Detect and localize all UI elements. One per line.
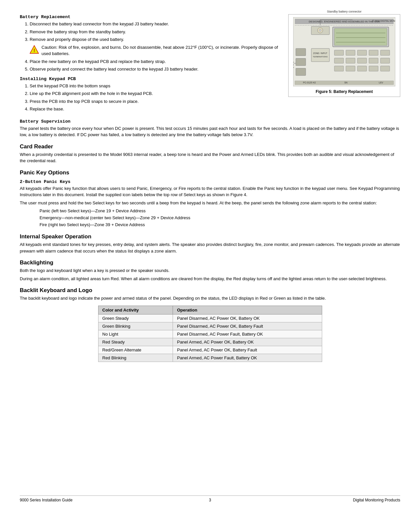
backlighting-para1: Both the logo and keyboard light when a …	[20, 267, 400, 274]
svg-text:DESIGNED, ENGINEERED AND ASSEM: DESIGNED, ENGINEERED AND ASSEMBLED IN TH…	[309, 20, 380, 23]
pcb-diagram-svg: DESIGNED, ENGINEERED AND ASSEMBLED IN TH…	[293, 17, 395, 86]
backlit-keyboard-heading: Backlit Keyboard and Logo	[20, 287, 400, 294]
internal-speaker-heading: Internal Speaker Operation	[20, 233, 400, 240]
list-item: Remove the battery strap from the standb…	[30, 29, 282, 35]
table-row: Red SteadyPanel Armed, AC Power OK, Batt…	[98, 338, 322, 346]
footer-right: Digital Monitoring Products	[353, 498, 400, 502]
led-table: Color and Activity Operation Green Stead…	[98, 306, 322, 362]
warning-text: Caution: Risk of fire, explosion, and bu…	[42, 44, 282, 57]
list-item: Fire (right two Select keys)—Zone 39 + D…	[40, 222, 400, 228]
svg-rect-24	[369, 50, 378, 55]
svg-rect-33	[357, 66, 367, 71]
panic-key-options-section: Panic Key Options 2-Button Panic Keys Al…	[20, 169, 400, 228]
internal-speaker-section: Internal Speaker Operation All keypads e…	[20, 233, 400, 254]
warning-row: ! Caution: Risk of fire, explosion, and …	[30, 44, 282, 57]
installing-keypad-pcb-steps: Set the keypad PCB into the bottom snaps…	[30, 83, 282, 112]
backlit-keyboard-body: The backlit keyboard and logo indicate t…	[20, 295, 400, 302]
panic-key-options-heading: Panic Key Options	[20, 169, 400, 176]
battery-supervision-heading: Battery Supervision	[20, 119, 400, 124]
footer-left: 9000 Series Installation Guide	[20, 498, 72, 502]
table-cell-operation: Panel Armed, AC Power OK, Battery OK	[173, 338, 322, 346]
svg-rect-34	[369, 66, 378, 71]
panic-indents: Panic (left two Select keys)—Zone 19 + D…	[40, 208, 400, 228]
table-cell-color: Green Steady	[98, 314, 173, 322]
figure-5-caption: Figure 5: Battery Replacement	[291, 89, 397, 94]
svg-text:LEV: LEV	[379, 81, 383, 84]
top-section: Battery Replacement Disconnect the batte…	[20, 10, 400, 114]
svg-rect-32	[346, 66, 355, 71]
backlighting-heading: Backlighting	[20, 259, 400, 266]
svg-rect-28	[357, 58, 367, 63]
svg-rect-8	[334, 28, 387, 45]
svg-text:Standby: Standby	[293, 61, 294, 63]
table-col2-header: Operation	[173, 306, 322, 314]
backlighting-section: Backlighting Both the logo and keyboard …	[20, 259, 400, 282]
svg-text:PC-0125  H2: PC-0125 H2	[303, 81, 316, 84]
page-content: Battery Replacement Disconnect the batte…	[20, 10, 400, 362]
internal-speaker-body: All keypads emit standard tones for key …	[20, 241, 400, 254]
table-cell-color: Red Blinking	[98, 354, 173, 362]
svg-rect-15	[296, 48, 306, 56]
svg-text:© 2018 DIGITAL MONITORING PROD: © 2018 DIGITAL MONITORING PRODUCTS, INC …	[372, 20, 395, 22]
figure-5-box: DESIGNED, ENGINEERED AND ASSEMBLED IN TH…	[288, 14, 400, 97]
table-row: Red/Green AlternatePanel Armed, AC Power…	[98, 346, 322, 354]
table-row: Red BlinkingPanel Armed, AC Power Fault,…	[98, 354, 322, 362]
table-cell-operation: Panel Disarmed, AC Power OK, Battery Fau…	[173, 322, 322, 330]
svg-text:SN: SN	[344, 81, 348, 84]
list-item: Line up the PCB alignment post with the …	[30, 90, 282, 97]
panic-2-button-heading: 2-Button Panic Keys	[20, 179, 400, 184]
svg-rect-25	[380, 50, 390, 55]
list-item: Remove and properly dispose of the used …	[30, 36, 282, 57]
svg-rect-29	[369, 58, 378, 63]
battery-replacement-text: Battery Replacement Disconnect the batte…	[20, 10, 282, 114]
standby-battery-connector-label: Standby battery connector	[288, 10, 400, 14]
figure-5-container: Standby battery connector DESIGNED, ENGI…	[288, 10, 400, 114]
table-cell-color: No Light	[98, 330, 173, 338]
svg-text:TERMINATIONS: TERMINATIONS	[313, 56, 328, 58]
table-row: No LightPanel Disarmed, AC Power Fault, …	[98, 330, 322, 338]
svg-rect-18	[311, 48, 329, 62]
table-cell-operation: Panel Armed, AC Power Fault, Battery OK	[173, 354, 322, 362]
list-item: Place the new battery on the keypad PCB …	[30, 58, 282, 65]
battery-supervision-section: Battery Supervision The panel tests the …	[20, 119, 400, 138]
svg-rect-17	[296, 68, 306, 75]
installing-keypad-pcb-heading: Installing Keypad PCB	[20, 76, 282, 81]
svg-rect-16	[296, 58, 306, 66]
table-cell-operation: Panel Disarmed, AC Power Fault, Battery …	[173, 330, 322, 338]
page-number: 3	[209, 498, 211, 502]
svg-rect-23	[357, 50, 367, 55]
backlighting-para2: During an alarm condition, all lighted a…	[20, 276, 400, 282]
card-reader-body: When a proximity credential is presented…	[20, 151, 400, 164]
svg-text:!: !	[34, 48, 35, 53]
table-cell-color: Red Steady	[98, 338, 173, 346]
svg-rect-26	[334, 58, 344, 63]
battery-replacement-heading: Battery Replacement	[20, 15, 282, 19]
card-reader-heading: Card Reader	[20, 143, 400, 150]
list-item: Emergency—non-medical (center two Select…	[40, 215, 400, 222]
list-item: Replace the base.	[30, 106, 282, 112]
table-row: Green SteadyPanel Disarmed, AC Power OK,…	[98, 314, 322, 322]
svg-rect-22	[346, 50, 355, 55]
svg-text:battery: battery	[293, 64, 294, 66]
table-cell-operation: Panel Armed, AC Power OK, Battery Fault	[173, 346, 322, 354]
battery-supervision-body: The panel tests the battery once every h…	[20, 125, 400, 138]
svg-point-14	[319, 29, 322, 32]
list-item: Panic (left two Select keys)—Zone 19 + D…	[40, 208, 400, 215]
warning-icon: !	[30, 44, 39, 56]
svg-rect-31	[334, 66, 344, 71]
backlit-keyboard-section: Backlit Keyboard and Logo The backlit ke…	[20, 287, 400, 362]
panic-para2: The user must press and hold the two Sel…	[20, 200, 400, 206]
svg-rect-21	[334, 50, 344, 55]
table-row: Green BlinkingPanel Disarmed, AC Power O…	[98, 322, 322, 330]
battery-replacement-steps: Disconnect the battery lead connector fr…	[30, 21, 282, 73]
list-item: Disconnect the battery lead connector fr…	[30, 21, 282, 27]
svg-rect-35	[380, 66, 390, 71]
card-reader-section: Card Reader When a proximity credential …	[20, 143, 400, 164]
svg-rect-27	[346, 58, 355, 63]
list-item: Set the keypad PCB into the bottom snaps	[30, 83, 282, 89]
table-col1-header: Color and Activity	[98, 306, 173, 314]
svg-text:ZONE / INPUT: ZONE / INPUT	[313, 52, 327, 54]
list-item: Observe polarity and connect the battery…	[30, 66, 282, 73]
table-cell-operation: Panel Disarmed, AC Power OK, Battery OK	[173, 314, 322, 322]
svg-rect-30	[380, 58, 390, 63]
